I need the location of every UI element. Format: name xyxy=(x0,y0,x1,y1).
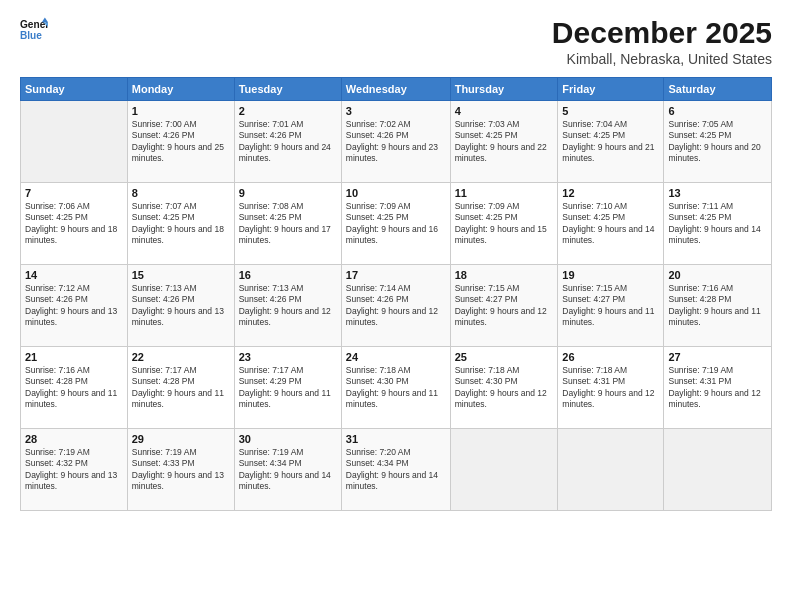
day-number: 17 xyxy=(346,269,446,281)
day-info: Sunrise: 7:17 AM Sunset: 4:28 PM Dayligh… xyxy=(132,365,230,411)
day-number: 18 xyxy=(455,269,554,281)
table-row: 20Sunrise: 7:16 AM Sunset: 4:28 PM Dayli… xyxy=(664,265,772,347)
table-row: 13Sunrise: 7:11 AM Sunset: 4:25 PM Dayli… xyxy=(664,183,772,265)
day-info: Sunrise: 7:06 AM Sunset: 4:25 PM Dayligh… xyxy=(25,201,123,247)
table-row xyxy=(664,429,772,511)
table-row: 31Sunrise: 7:20 AM Sunset: 4:34 PM Dayli… xyxy=(341,429,450,511)
day-info: Sunrise: 7:09 AM Sunset: 4:25 PM Dayligh… xyxy=(346,201,446,247)
day-info: Sunrise: 7:13 AM Sunset: 4:26 PM Dayligh… xyxy=(132,283,230,329)
table-row: 16Sunrise: 7:13 AM Sunset: 4:26 PM Dayli… xyxy=(234,265,341,347)
col-tuesday: Tuesday xyxy=(234,78,341,101)
day-info: Sunrise: 7:19 AM Sunset: 4:32 PM Dayligh… xyxy=(25,447,123,493)
day-info: Sunrise: 7:02 AM Sunset: 4:26 PM Dayligh… xyxy=(346,119,446,165)
table-row: 27Sunrise: 7:19 AM Sunset: 4:31 PM Dayli… xyxy=(664,347,772,429)
table-row xyxy=(21,101,128,183)
table-row: 10Sunrise: 7:09 AM Sunset: 4:25 PM Dayli… xyxy=(341,183,450,265)
table-row: 19Sunrise: 7:15 AM Sunset: 4:27 PM Dayli… xyxy=(558,265,664,347)
day-number: 26 xyxy=(562,351,659,363)
day-info: Sunrise: 7:05 AM Sunset: 4:25 PM Dayligh… xyxy=(668,119,767,165)
day-info: Sunrise: 7:18 AM Sunset: 4:30 PM Dayligh… xyxy=(346,365,446,411)
day-info: Sunrise: 7:13 AM Sunset: 4:26 PM Dayligh… xyxy=(239,283,337,329)
day-number: 21 xyxy=(25,351,123,363)
day-number: 2 xyxy=(239,105,337,117)
svg-text:Blue: Blue xyxy=(20,30,42,41)
day-number: 11 xyxy=(455,187,554,199)
day-number: 30 xyxy=(239,433,337,445)
table-row: 3Sunrise: 7:02 AM Sunset: 4:26 PM Daylig… xyxy=(341,101,450,183)
day-info: Sunrise: 7:12 AM Sunset: 4:26 PM Dayligh… xyxy=(25,283,123,329)
col-monday: Monday xyxy=(127,78,234,101)
day-info: Sunrise: 7:00 AM Sunset: 4:26 PM Dayligh… xyxy=(132,119,230,165)
table-row: 17Sunrise: 7:14 AM Sunset: 4:26 PM Dayli… xyxy=(341,265,450,347)
day-info: Sunrise: 7:19 AM Sunset: 4:31 PM Dayligh… xyxy=(668,365,767,411)
day-number: 16 xyxy=(239,269,337,281)
day-info: Sunrise: 7:16 AM Sunset: 4:28 PM Dayligh… xyxy=(25,365,123,411)
day-info: Sunrise: 7:15 AM Sunset: 4:27 PM Dayligh… xyxy=(455,283,554,329)
header: General Blue December 2025 Kimball, Nebr… xyxy=(20,16,772,67)
col-thursday: Thursday xyxy=(450,78,558,101)
day-info: Sunrise: 7:19 AM Sunset: 4:33 PM Dayligh… xyxy=(132,447,230,493)
day-number: 12 xyxy=(562,187,659,199)
table-row: 7Sunrise: 7:06 AM Sunset: 4:25 PM Daylig… xyxy=(21,183,128,265)
table-row: 18Sunrise: 7:15 AM Sunset: 4:27 PM Dayli… xyxy=(450,265,558,347)
table-row xyxy=(558,429,664,511)
day-number: 1 xyxy=(132,105,230,117)
calendar: Sunday Monday Tuesday Wednesday Thursday… xyxy=(20,77,772,511)
col-friday: Friday xyxy=(558,78,664,101)
day-number: 25 xyxy=(455,351,554,363)
table-row: 12Sunrise: 7:10 AM Sunset: 4:25 PM Dayli… xyxy=(558,183,664,265)
day-number: 3 xyxy=(346,105,446,117)
day-info: Sunrise: 7:09 AM Sunset: 4:25 PM Dayligh… xyxy=(455,201,554,247)
logo: General Blue xyxy=(20,16,48,44)
table-row: 23Sunrise: 7:17 AM Sunset: 4:29 PM Dayli… xyxy=(234,347,341,429)
day-info: Sunrise: 7:16 AM Sunset: 4:28 PM Dayligh… xyxy=(668,283,767,329)
day-info: Sunrise: 7:11 AM Sunset: 4:25 PM Dayligh… xyxy=(668,201,767,247)
table-row: 1Sunrise: 7:00 AM Sunset: 4:26 PM Daylig… xyxy=(127,101,234,183)
day-info: Sunrise: 7:03 AM Sunset: 4:25 PM Dayligh… xyxy=(455,119,554,165)
table-row: 21Sunrise: 7:16 AM Sunset: 4:28 PM Dayli… xyxy=(21,347,128,429)
day-number: 6 xyxy=(668,105,767,117)
day-number: 28 xyxy=(25,433,123,445)
day-info: Sunrise: 7:10 AM Sunset: 4:25 PM Dayligh… xyxy=(562,201,659,247)
day-number: 29 xyxy=(132,433,230,445)
table-row: 5Sunrise: 7:04 AM Sunset: 4:25 PM Daylig… xyxy=(558,101,664,183)
day-number: 23 xyxy=(239,351,337,363)
table-row: 30Sunrise: 7:19 AM Sunset: 4:34 PM Dayli… xyxy=(234,429,341,511)
day-info: Sunrise: 7:14 AM Sunset: 4:26 PM Dayligh… xyxy=(346,283,446,329)
title-block: December 2025 Kimball, Nebraska, United … xyxy=(552,16,772,67)
day-info: Sunrise: 7:20 AM Sunset: 4:34 PM Dayligh… xyxy=(346,447,446,493)
col-saturday: Saturday xyxy=(664,78,772,101)
day-info: Sunrise: 7:04 AM Sunset: 4:25 PM Dayligh… xyxy=(562,119,659,165)
day-info: Sunrise: 7:19 AM Sunset: 4:34 PM Dayligh… xyxy=(239,447,337,493)
day-info: Sunrise: 7:01 AM Sunset: 4:26 PM Dayligh… xyxy=(239,119,337,165)
day-number: 15 xyxy=(132,269,230,281)
day-info: Sunrise: 7:17 AM Sunset: 4:29 PM Dayligh… xyxy=(239,365,337,411)
page: General Blue December 2025 Kimball, Nebr… xyxy=(0,0,792,612)
day-info: Sunrise: 7:07 AM Sunset: 4:25 PM Dayligh… xyxy=(132,201,230,247)
day-info: Sunrise: 7:15 AM Sunset: 4:27 PM Dayligh… xyxy=(562,283,659,329)
day-number: 20 xyxy=(668,269,767,281)
day-number: 24 xyxy=(346,351,446,363)
day-number: 8 xyxy=(132,187,230,199)
day-number: 7 xyxy=(25,187,123,199)
table-row: 11Sunrise: 7:09 AM Sunset: 4:25 PM Dayli… xyxy=(450,183,558,265)
table-row: 9Sunrise: 7:08 AM Sunset: 4:25 PM Daylig… xyxy=(234,183,341,265)
table-row: 28Sunrise: 7:19 AM Sunset: 4:32 PM Dayli… xyxy=(21,429,128,511)
col-wednesday: Wednesday xyxy=(341,78,450,101)
day-number: 22 xyxy=(132,351,230,363)
day-number: 4 xyxy=(455,105,554,117)
day-number: 9 xyxy=(239,187,337,199)
table-row: 2Sunrise: 7:01 AM Sunset: 4:26 PM Daylig… xyxy=(234,101,341,183)
day-number: 5 xyxy=(562,105,659,117)
table-row: 25Sunrise: 7:18 AM Sunset: 4:30 PM Dayli… xyxy=(450,347,558,429)
logo-icon: General Blue xyxy=(20,16,48,44)
table-row: 29Sunrise: 7:19 AM Sunset: 4:33 PM Dayli… xyxy=(127,429,234,511)
day-number: 27 xyxy=(668,351,767,363)
day-number: 10 xyxy=(346,187,446,199)
table-row: 14Sunrise: 7:12 AM Sunset: 4:26 PM Dayli… xyxy=(21,265,128,347)
table-row: 15Sunrise: 7:13 AM Sunset: 4:26 PM Dayli… xyxy=(127,265,234,347)
day-number: 14 xyxy=(25,269,123,281)
table-row xyxy=(450,429,558,511)
day-number: 13 xyxy=(668,187,767,199)
col-sunday: Sunday xyxy=(21,78,128,101)
